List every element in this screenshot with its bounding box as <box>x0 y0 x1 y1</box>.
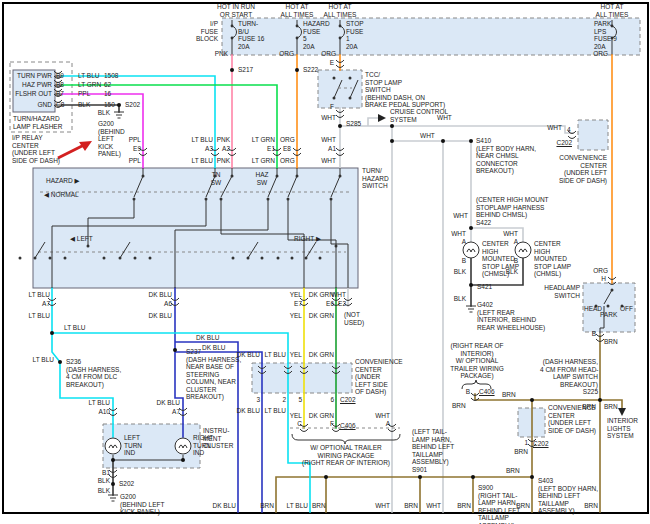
org-wire-label-3: ORG <box>584 50 608 58</box>
right-turn-indicator-bulb <box>175 438 191 454</box>
brn-s225-horizontal-label: BRN <box>502 391 516 399</box>
dkgrn-c202-above: DK GRN <box>306 351 334 359</box>
bottom-brn-label-1: BRN <box>254 502 274 510</box>
org-wire-label-2: ORG <box>314 50 336 58</box>
ltblu-above: LT BLU <box>187 136 213 144</box>
wht-bulb-left-label: WHT <box>446 230 466 238</box>
pin-a2: A2 <box>216 145 230 153</box>
bottom-ltblu-label: LT BLU <box>282 502 308 510</box>
splice-s422-label: (CENTER HIGH MOUNT STOPLAMP HARNESS BEHI… <box>476 196 549 226</box>
flasher-pin-haz-pwr: HAZ PWR <box>10 81 52 89</box>
wht-c406-label: WHT <box>368 412 390 420</box>
bottom-brn-label-6: BRN <box>578 502 598 510</box>
wht-e2-above: WHT <box>326 291 346 299</box>
pin-e9: E9 <box>119 145 141 153</box>
hot-at-all-times-label-3: HOT AT ALL TIMES <box>590 3 634 18</box>
blk-bulb-right-label: BLK <box>498 268 518 276</box>
ground-symbol-g200-top <box>114 112 124 118</box>
normal-position-label: ◀ NORMAL <box>44 191 79 199</box>
pin-e2: E2 <box>326 300 346 308</box>
circuit-16: 16 <box>104 90 111 98</box>
headlamp-pin-b: B <box>586 330 596 338</box>
blk-label-2: BLK <box>88 487 110 495</box>
c202-pin-1: 1 <box>518 439 528 447</box>
ltblu-a7-below: LT BLU <box>24 312 50 320</box>
ip-relay-center-label: I/P RELAY CENTER (UNDER LEFT SIDE OF DAS… <box>12 134 60 164</box>
left-turn-indicator-bulb <box>105 438 121 454</box>
ltgrn-above: LT GRN <box>249 136 275 144</box>
interior-lights-label: INTERIOR LIGHTS SYSTEM <box>607 417 638 440</box>
ground-g200-bottom-label: G200 (BEHIND LEFT KICK PANEL) <box>120 493 164 516</box>
wire-label-ppl-16: PPL <box>78 90 90 98</box>
pnk-below: PNK <box>216 157 230 165</box>
ltblu-c202-above: LT BLU <box>260 351 286 359</box>
dkblu-branch1-label: DK BLU <box>196 334 219 342</box>
splice-s236-label: S236 (DASH HARNESS, 4 CM FROM DLC BREAKO… <box>66 358 121 388</box>
interior-lights-arrow-icon <box>618 408 626 416</box>
wht-tcc-label: WHT <box>316 114 336 122</box>
cruise-arrow-icon <box>378 114 386 122</box>
ppl-below: PPL <box>119 157 141 165</box>
ground-symbol-g200-bottom <box>108 495 118 501</box>
splice-s421-label: S421 <box>477 283 492 291</box>
ppl-above: PPL <box>119 136 141 144</box>
bottom-wht-label-1: WHT <box>370 502 390 510</box>
connector-c202-top-label: C202 <box>548 139 572 147</box>
yel-e7-above: YEL <box>288 291 302 299</box>
wht-s410-label: WHT <box>420 132 435 140</box>
brn-bus-label: BRN <box>506 467 520 475</box>
hot-at-all-times-label-1: HOT AT ALL TIMES <box>275 3 319 18</box>
c406-brace <box>292 434 400 444</box>
chmsl-left-pin-a: A <box>452 238 466 246</box>
wire-ltgrn-haz-pwr <box>62 85 277 168</box>
c202-pin-5: 5 <box>292 396 302 404</box>
c406-pin-f: F <box>322 420 334 428</box>
right-turn-ind-label: RIGHT TURN IND <box>193 434 213 457</box>
wht-chmsl-label: WHT <box>448 212 468 220</box>
dkblu-a6-above: DK BLU <box>144 291 172 299</box>
bottom-brn-label-2: BRN <box>312 502 326 510</box>
splice-s222-label: S222 <box>303 66 318 74</box>
left-turn-ind-label: LEFT TURN IND <box>124 434 142 457</box>
splice-s217-label: S217 <box>238 66 253 74</box>
convenience-center-mid-label: CONVENIENCE CENTER (UNDER LEFT SIDE OF D… <box>355 358 403 396</box>
bottom-wht-label-2: WHT <box>421 502 441 510</box>
ground-g402-label: G402 (LEFT REAR INTERIOR, BEHIND REAR WH… <box>477 301 545 331</box>
dkgrn-e6-below: DK GRN <box>306 312 334 320</box>
blk-bulb-left-label: BLK <box>446 268 466 276</box>
wire-label-ltgrn-62: LT GRN <box>78 81 101 89</box>
circuit-62: 62 <box>104 81 111 89</box>
headlamp-pos-park: PARK <box>600 311 617 319</box>
wiring-diagram-page: HOT IN RUN OR START HOT AT ALL TIMES HOT… <box>0 0 650 524</box>
pin-a10: A10 <box>88 408 110 416</box>
headlamp-pos-off: OFF <box>620 305 633 313</box>
left-position-label: ◀ LEFT <box>70 235 93 243</box>
bottom-dkblu-label: DK BLU <box>208 502 236 510</box>
wht-bus-label-2: WHT <box>540 124 562 132</box>
bottom-brn-label-4: BRN <box>451 502 471 510</box>
ltblu-a10-label: LT BLU <box>84 399 110 407</box>
circuit-1508: 1508 <box>104 72 118 80</box>
yel-e7-below: YEL <box>288 312 302 320</box>
yel-c406-label: YEL <box>288 412 302 420</box>
org-headlamp-label: ORG <box>588 267 608 275</box>
ground-symbol-g402 <box>466 306 476 312</box>
brn-interior-label: BRN <box>604 403 618 411</box>
hazard-position-label: HAZARD ▶ <box>46 177 80 185</box>
pnk-above: PNK <box>216 136 230 144</box>
chmsl-right-label: CENTER HIGH MOUNTED STOP LAMP (CHMSL) <box>534 240 571 278</box>
convenience-center-top-label: CONVENIENCE CENTER (UNDER LEFT SIDE OF D… <box>545 154 607 184</box>
c202-pin-3: 3 <box>250 396 260 404</box>
stop-fuse-label: STOP FUSE 1 20A <box>346 20 364 50</box>
flasher-pin-b7: B7 <box>56 90 64 98</box>
right-position-label: RIGHT ▶ <box>294 235 321 243</box>
dkblu-c202-above: DK BLU <box>236 351 260 359</box>
splice-s901-label: (LEFT TAIL- LAMP HARN, BEHIND LEFT TAILL… <box>412 428 454 473</box>
pin-a1: A1 <box>314 145 336 153</box>
red-pointer-arrow-icon <box>58 141 92 158</box>
connector-c406-label: C406 <box>340 422 356 430</box>
c406-pin-c: C <box>292 420 302 428</box>
flasher-pin-c8: C8 <box>56 101 64 109</box>
turn-hazard-switch-label: TURN/ HAZARD SWITCH <box>362 167 389 190</box>
c202-pin-4: 4 <box>567 126 571 134</box>
